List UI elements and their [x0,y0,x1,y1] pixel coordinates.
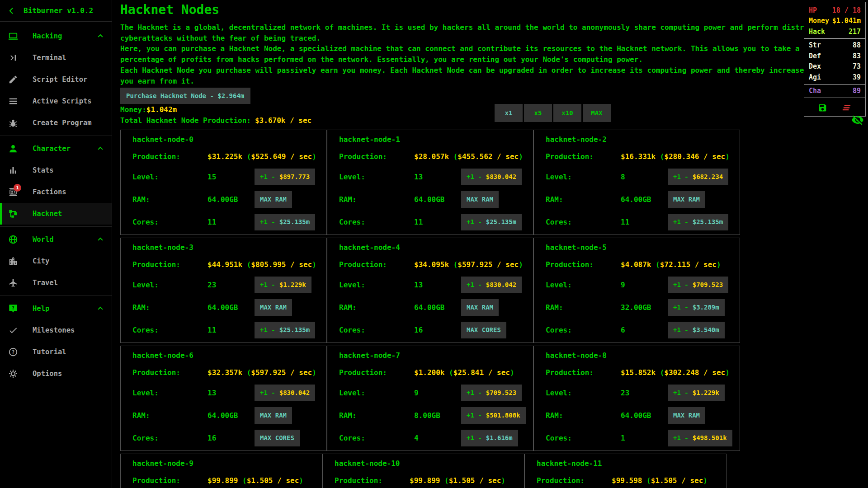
upgrade-ram-button[interactable]: +1 -$3.289m [668,299,725,316]
agi-row: Agi39 [804,72,865,83]
upgrade-ram-button[interactable]: +1 -$501.808k [461,407,526,424]
upgrade-price: $709.523 [693,281,723,288]
sidebar-item-create-program[interactable]: Create Program [0,112,112,134]
save-icon[interactable] [818,103,827,113]
production-value: $16.331k ($280.346 / sec) [621,152,730,161]
upgrade-level-button[interactable]: +1 -$897.773 [255,169,315,185]
paren: ) [501,476,505,485]
upgrade-level-button[interactable]: +1 -$1.229k [255,277,311,293]
production-rate: $280.346 / sec [664,152,725,161]
upgrade-ram-max-button[interactable]: MAX RAM [255,191,292,208]
level-row: Level:13+1 -$830.042 [339,165,533,188]
ram-value: 64.00GB [414,195,461,204]
upgrade-price: $25.135m [279,218,310,225]
level-label: Level: [339,389,414,397]
ram-row: RAM:64.00GBMAX RAM [132,296,326,319]
cores-label: Cores: [546,434,621,442]
ram-value: 64.00GB [621,195,668,204]
hp-row: HP18 / 18 [804,5,865,16]
upgrade-prefix: +1 - [673,304,689,311]
upgrade-ram-max-button[interactable]: MAX RAM [461,299,499,316]
cores-row: Cores:16MAX CORES [339,319,533,341]
upgrade-prefix: +1 - [260,218,275,225]
production-rate: $25.841 / sec [453,368,510,377]
hacknet-node-card: hacknet-node-4Production:$34.095k ($597.… [327,238,533,343]
sidebar-item-options[interactable]: Options [0,363,112,385]
sidebar-item-hacknet[interactable]: Hacknet [0,203,112,225]
hacknet-description: The Hacknet is a global, decentralized n… [120,22,868,86]
sidebar-item-active-scripts[interactable]: Active Scripts [0,90,112,112]
upgrade-prefix: +1 - [673,389,689,396]
node-name: hacknet-node-11 [537,458,726,471]
upgrade-ram-max-button[interactable]: MAX RAM [668,407,705,424]
upgrade-prefix: +1 - [673,218,689,225]
node-grid-row: hacknet-node-3Production:$44.951k ($805.… [120,238,740,343]
multiplier-max-button[interactable]: MAX [583,104,611,122]
eye-off-icon[interactable] [852,114,864,127]
upgrade-ram-max-button[interactable]: MAX RAM [255,407,292,424]
upgrade-cores-button[interactable]: +1 -$498.501k [668,430,732,446]
collapse-sidebar-icon[interactable] [0,6,24,15]
upgrade-level-button[interactable]: +1 -$682.234 [668,169,728,185]
sidebar-item-script-editor[interactable]: Script Editor [0,69,112,90]
cores-row: Cores:1+1 -$498.501k [546,427,740,449]
upgrade-ram-max-button[interactable]: MAX RAM [668,191,705,208]
level-row: Level:9+1 -$709.523 [339,381,533,404]
sidebar-section-character[interactable]: Character [0,138,112,160]
upgrade-level-button[interactable]: +1 -$830.042 [461,169,522,185]
production-label: Production: [546,368,621,377]
upgrade-cores-max-button[interactable]: MAX CORES [461,322,506,338]
hacknet-node-card: hacknet-node-8Production:$15.852k ($302.… [533,346,740,451]
ram-row: RAM:32.00GB+1 -$3.289m [546,296,740,319]
multiplier-x10-button[interactable]: x10 [553,104,581,122]
paren: ( [642,476,651,485]
upgrade-level-button[interactable]: +1 -$1.229k [668,385,725,401]
multiplier-x1-button[interactable]: x1 [495,104,523,122]
sidebar-section-world[interactable]: World [0,229,112,250]
divider [0,226,112,227]
svg-text:?: ? [12,349,15,355]
upgrade-cores-button[interactable]: +1 -$3.540m [668,322,725,338]
upgrade-level-button[interactable]: +1 -$830.042 [461,277,522,293]
upgrade-cores-button[interactable]: +1 -$25.135m [255,322,315,338]
upgrade-prefix: +1 - [673,326,689,333]
upgrade-level-button[interactable]: +1 -$709.523 [461,385,522,401]
laptop-icon [8,31,19,41]
upgrade-level-button[interactable]: +1 -$709.523 [668,277,728,293]
ram-row: RAM:64.00GBMAX RAM [339,188,533,211]
upgrade-price: $1.616m [486,434,513,441]
production-value: $44.951k ($805.995 / sec) [208,260,316,269]
sidebar-item-tutorial[interactable]: ? Tutorial [0,341,112,363]
upgrade-price: $25.135m [486,218,516,225]
cores-value: 11 [208,218,255,226]
paren: ) [312,260,316,269]
upgrade-cores-max-button[interactable]: MAX CORES [255,430,300,446]
multiplier-x5-button[interactable]: x5 [524,104,552,122]
cores-value: 11 [621,218,668,226]
paren: ) [725,152,730,161]
upgrade-level-button[interactable]: +1 -$830.042 [255,385,315,401]
kill-scripts-icon[interactable] [841,103,852,113]
upgrade-price: $830.042 [486,173,516,180]
sidebar-item-milestones[interactable]: Milestones [0,319,112,341]
purchase-hacknet-node-button[interactable]: Purchase Hacknet Node - $2.964m [120,88,250,104]
sidebar-section-help[interactable]: ? Help [0,298,112,319]
upgrade-ram-max-button[interactable]: MAX RAM [255,299,292,316]
sidebar-item-travel[interactable]: Travel [0,272,112,294]
sidebar-item-city[interactable]: City [0,250,112,272]
upgrade-cores-button[interactable]: +1 -$1.616m [461,430,518,446]
sidebar-item-factions[interactable]: 1 Factions [0,181,112,203]
upgrade-price: $709.523 [486,389,516,396]
upgrade-ram-max-button[interactable]: MAX RAM [461,191,499,208]
sidebar-item-terminal[interactable]: Terminal [0,47,112,69]
sidebar-item-stats[interactable]: Stats [0,160,112,181]
cores-label: Cores: [132,326,208,334]
sidebar-section-hacking[interactable]: Hacking [0,25,112,47]
upgrade-price: $1.229k [693,389,719,396]
sidebar: Bitburner v1.0.2 Hacking Terminal Script… [0,0,112,488]
production-rate: $455.562 / sec [458,152,519,161]
upgrade-cores-button[interactable]: +1 -$25.135m [461,214,522,230]
upgrade-cores-button[interactable]: +1 -$25.135m [668,214,728,230]
cores-label: Cores: [132,218,208,226]
upgrade-cores-button[interactable]: +1 -$25.135m [255,214,315,230]
